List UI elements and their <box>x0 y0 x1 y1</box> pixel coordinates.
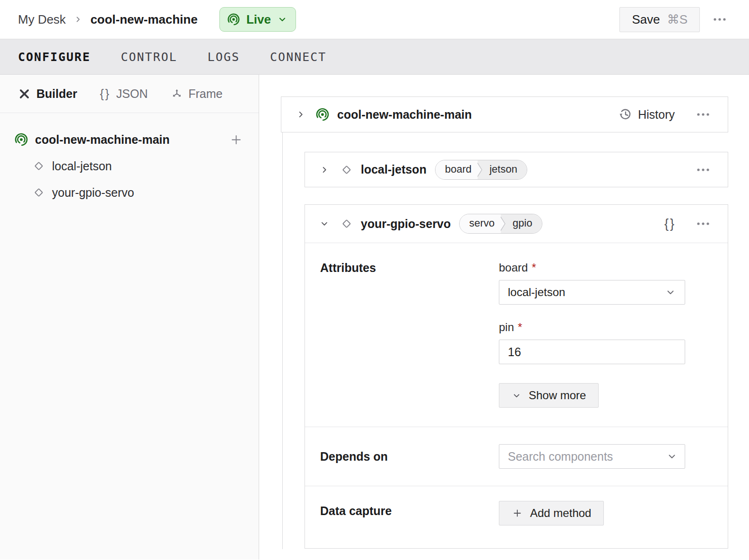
component-model: gpio <box>507 214 542 233</box>
required-marker: * <box>531 261 536 274</box>
tab-connect[interactable]: CONNECT <box>270 50 326 64</box>
chevron-right-icon <box>319 165 330 175</box>
search-components-input[interactable] <box>499 444 685 469</box>
board-select[interactable]: local-jetson <box>499 280 685 305</box>
plus-icon <box>512 508 523 519</box>
data-capture-heading: Data capture <box>320 501 499 518</box>
content-area: Builder {} JSON Frame <box>0 75 749 560</box>
top-bar: My Desk cool-new-machine Live Save ⌘S <box>0 0 749 39</box>
configure-panel: cool-new-machine-main History <box>259 75 749 560</box>
field-label-text: board <box>499 261 528 274</box>
badge-chevron-divider <box>499 214 507 233</box>
component-name: your-gpio-servo <box>361 217 451 231</box>
component-card-your-gpio-servo: your-gpio-servo servo gpio {} <box>305 204 728 549</box>
tree-root-label: cool-new-machine-main <box>35 133 170 147</box>
history-button-label: History <box>638 108 675 122</box>
board-field: board* local-jetson <box>499 261 685 305</box>
view-tab-builder[interactable]: Builder <box>18 87 77 101</box>
edit-json-button[interactable]: {} <box>664 217 676 231</box>
plus-icon <box>230 133 243 146</box>
attributes-form: board* local-jetson pin* <box>499 261 685 408</box>
live-status-dropdown[interactable]: Live <box>219 7 296 32</box>
tab-configure[interactable]: CONFIGURE <box>18 50 90 64</box>
view-tab-json[interactable]: {} JSON <box>100 87 148 101</box>
field-label-text: pin <box>499 321 514 333</box>
add-method-label: Add method <box>530 507 591 520</box>
frame-axes-icon <box>171 88 183 100</box>
board-field-label: board* <box>499 261 685 274</box>
component-more-button[interactable] <box>693 218 714 229</box>
machine-part-icon <box>14 132 28 147</box>
required-marker: * <box>518 321 522 333</box>
depends-on-heading: Depends on <box>320 450 499 464</box>
depends-on-section: Depends on <box>305 427 728 486</box>
breadcrumb-separator-icon <box>73 15 83 24</box>
chevron-down-icon <box>665 287 676 298</box>
tree-item-label: local-jetson <box>52 159 112 173</box>
tree-item-your-gpio-servo[interactable]: your-gpio-servo <box>0 183 259 202</box>
ellipsis-icon <box>697 113 710 116</box>
tree-root-machine-part[interactable]: cool-new-machine-main <box>0 130 259 149</box>
history-button[interactable]: History <box>618 107 675 122</box>
builder-tools-icon <box>18 88 31 100</box>
history-icon <box>618 107 632 122</box>
component-model: jetson <box>484 160 527 179</box>
view-tab-builder-label: Builder <box>36 87 77 101</box>
tab-control[interactable]: CONTROL <box>121 50 177 64</box>
component-diamond-icon <box>340 163 353 176</box>
machine-part-more-button[interactable] <box>693 109 714 120</box>
breadcrumb-parent-link[interactable]: My Desk <box>18 12 66 27</box>
component-type-badge: servo gpio <box>459 214 542 234</box>
tree-item-local-jetson[interactable]: local-jetson <box>0 157 259 175</box>
chevron-down-icon <box>277 14 287 25</box>
chevron-down-icon <box>512 391 522 401</box>
pin-input[interactable] <box>499 340 685 364</box>
main-tab-bar: CONFIGURE CONTROL LOGS CONNECT <box>0 39 749 75</box>
machine-part-icon <box>227 13 240 26</box>
tree-connector-line <box>282 132 283 549</box>
component-diamond-icon <box>340 217 353 230</box>
component-cards: local-jetson board jetson <box>305 152 728 549</box>
component-type-badge: board jetson <box>435 160 527 180</box>
component-type: board <box>435 160 476 179</box>
view-tab-frame-label: Frame <box>189 87 223 101</box>
machine-name: cool-new-machine <box>90 12 198 27</box>
ellipsis-icon <box>697 168 710 172</box>
machine-part-title: cool-new-machine-main <box>337 108 472 122</box>
chevron-right-icon <box>296 109 306 120</box>
pin-field-label: pin* <box>499 321 685 334</box>
component-type: servo <box>460 214 499 233</box>
machine-part-icon <box>315 107 330 122</box>
depends-on-select <box>499 444 685 469</box>
machine-part-card: cool-new-machine-main History <box>281 96 728 132</box>
pin-field: pin* <box>499 321 685 364</box>
ellipsis-icon <box>713 18 726 21</box>
component-name: local-jetson <box>361 163 427 176</box>
save-shortcut: ⌘S <box>667 12 688 27</box>
show-more-label: Show more <box>529 389 586 402</box>
depends-on-form <box>499 444 685 469</box>
add-method-button[interactable]: Add method <box>499 501 604 525</box>
ellipsis-icon <box>697 222 710 226</box>
breadcrumb: My Desk cool-new-machine <box>18 12 198 27</box>
save-button-label: Save <box>632 12 660 27</box>
component-diamond-icon <box>32 186 45 199</box>
badge-chevron-divider <box>476 160 484 179</box>
tree-item-label: your-gpio-servo <box>52 186 134 200</box>
view-mode-tabs: Builder {} JSON Frame <box>0 75 259 113</box>
component-more-button[interactable] <box>693 164 714 175</box>
component-card-header: your-gpio-servo servo gpio {} <box>305 205 728 243</box>
data-capture-section: Data capture Add method <box>305 486 728 548</box>
collapse-component-button[interactable] <box>319 219 330 229</box>
tab-logs[interactable]: LOGS <box>208 50 240 64</box>
save-button[interactable]: Save ⌘S <box>619 7 700 32</box>
expand-component-button[interactable] <box>319 165 330 175</box>
view-tab-frame[interactable]: Frame <box>171 87 223 101</box>
add-component-button[interactable] <box>230 133 243 146</box>
machine-more-menu-button[interactable] <box>709 14 730 25</box>
configure-sidebar: Builder {} JSON Frame <box>0 75 259 560</box>
expand-machine-part-button[interactable] <box>296 109 306 120</box>
show-more-button[interactable]: Show more <box>499 383 599 408</box>
data-capture-form: Add method <box>499 501 685 525</box>
attributes-heading: Attributes <box>320 261 499 408</box>
